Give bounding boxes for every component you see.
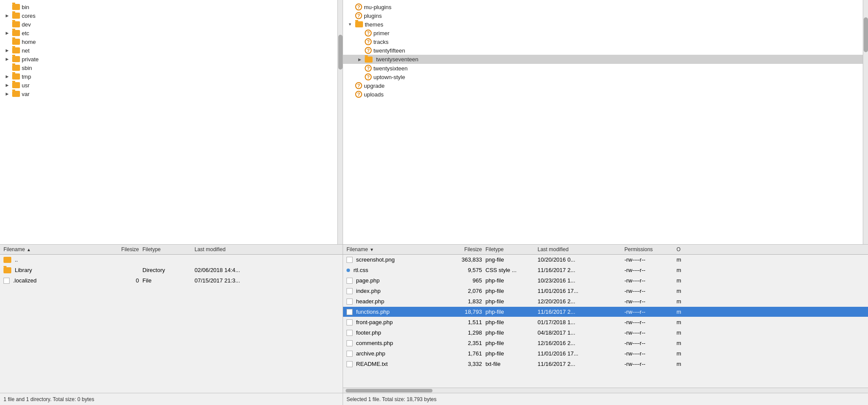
file-owner-label: m	[677, 277, 711, 284]
left-tree-item-etc[interactable]: etc	[0, 29, 337, 37]
right-file-row[interactable]: comments.php2,351php-file12/16/2016 2...…	[343, 338, 868, 349]
right-status-bar: Selected 1 file. Total size: 18,793 byte…	[343, 393, 868, 405]
right-file-row[interactable]: rtl.css9,575CSS style ...11/16/2017 2...…	[343, 265, 868, 276]
expander-icon[interactable]	[3, 12, 10, 19]
right-tree-item-uptown-style[interactable]: ?uptown-style	[343, 73, 863, 81]
right-file-row[interactable]: page.php965php-file10/23/2016 1...-rw---…	[343, 276, 868, 286]
expander-icon[interactable]	[356, 56, 363, 63]
expander-icon	[3, 64, 10, 71]
tree-item-label: twentyseventeen	[374, 56, 420, 63]
right-file-row[interactable]: functions.php18,793php-file11/16/2017 2.…	[343, 307, 868, 317]
left-col-filesize[interactable]: Filesize	[90, 246, 142, 252]
folder-icon	[12, 91, 20, 97]
expander-icon[interactable]	[3, 82, 10, 89]
left-col-lastmod[interactable]: Last modified	[195, 246, 281, 252]
right-tree-item-tracks[interactable]: ?tracks	[343, 37, 863, 46]
left-tree-item-bin[interactable]: bin	[0, 3, 337, 11]
css-file-icon	[347, 269, 350, 272]
question-icon: ?	[355, 3, 362, 10]
file-icon	[3, 278, 10, 284]
file-owner-label: m	[677, 350, 711, 357]
right-col-owner[interactable]: O	[677, 246, 711, 252]
file-lastmod-label: 12/20/2016 2...	[538, 298, 624, 305]
left-tree-item-usr[interactable]: usr	[0, 81, 337, 90]
left-tree-item-tmp[interactable]: tmp	[0, 72, 337, 81]
left-file-row[interactable]: ..	[0, 255, 343, 265]
right-file-list[interactable]: screenshot.png363,833png-file10/20/2016 …	[343, 255, 868, 388]
file-permissions-label: -rw----r--	[624, 319, 677, 325]
left-tree-item-private[interactable]: private	[0, 55, 337, 63]
right-horizontal-scrollbar[interactable]	[343, 388, 868, 393]
file-permissions-label: -rw----r--	[624, 309, 677, 315]
folder-icon	[12, 13, 20, 19]
file-lastmod-label: 04/18/2017 1...	[538, 329, 624, 336]
expander-icon	[3, 38, 10, 45]
right-col-filesize[interactable]: Filesize	[433, 246, 485, 252]
file-size-label: 1,832	[433, 298, 485, 305]
file-name-label: README.txt	[356, 361, 388, 367]
right-file-row[interactable]: screenshot.png363,833png-file10/20/2016 …	[343, 255, 868, 265]
left-tree-item-dev[interactable]: dev	[0, 20, 337, 29]
file-owner-label: m	[677, 267, 711, 273]
right-file-row[interactable]: footer.php1,298php-file04/18/2017 1...-r…	[343, 328, 868, 338]
right-tree-item-twentyseventeen[interactable]: twentyseventeen	[343, 55, 863, 64]
expander-icon[interactable]	[3, 90, 10, 97]
left-file-row[interactable]: LibraryDirectory02/06/2018 14:4...	[0, 265, 343, 276]
left-tree-item-cores[interactable]: cores	[0, 11, 337, 20]
file-lastmod-label: 11/16/2017 2...	[538, 309, 624, 315]
right-col-permissions[interactable]: Permissions	[624, 246, 677, 252]
folder-icon	[12, 4, 20, 10]
right-col-lastmod[interactable]: Last modified	[538, 246, 624, 252]
folder-icon	[365, 56, 373, 63]
left-tree[interactable]: bincoresdevetchomenetprivatesbintmpusrva…	[0, 0, 337, 244]
left-col-filename[interactable]: Filename ▲	[3, 246, 90, 252]
right-tree-item-mu-plugins[interactable]: ?mu-plugins	[343, 3, 863, 11]
expander-icon[interactable]	[3, 56, 10, 63]
right-tree-item-twentyfifteen[interactable]: ?twentyfifteen	[343, 46, 863, 55]
right-file-row[interactable]: header.php1,832php-file12/20/2016 2...-r…	[343, 296, 868, 307]
expander-icon[interactable]	[347, 21, 353, 28]
right-tree-item-upgrade[interactable]: ?upgrade	[343, 81, 863, 90]
right-tree-item-themes[interactable]: themes	[343, 20, 863, 29]
file-type-label: php-file	[485, 329, 538, 336]
file-icon	[347, 257, 353, 263]
file-icon	[347, 309, 353, 315]
right-tree-item-uploads[interactable]: ?uploads	[343, 90, 863, 99]
right-tree-item-plugins[interactable]: ?plugins	[343, 11, 863, 20]
tree-item-label: private	[22, 56, 39, 63]
folder-icon	[12, 82, 20, 88]
expander-icon[interactable]	[3, 73, 10, 80]
left-col-filetype[interactable]: Filetype	[142, 246, 195, 252]
left-file-row[interactable]: .localized0File07/15/2017 21:3...	[0, 276, 343, 286]
left-tree-item-var[interactable]: var	[0, 90, 337, 98]
h-scroll-thumb[interactable]	[346, 389, 432, 392]
tree-item-label: uploads	[364, 91, 384, 98]
file-permissions-label: -rw----r--	[624, 329, 677, 336]
file-owner-label: m	[677, 329, 711, 336]
question-icon: ?	[355, 12, 362, 19]
right-tree-item-twentysixteen[interactable]: ?twentysixteen	[343, 64, 863, 73]
file-name-label: archive.php	[356, 350, 385, 357]
left-tree-item-home[interactable]: home	[0, 37, 337, 46]
expander-icon[interactable]	[3, 47, 10, 54]
right-tree[interactable]: ?mu-plugins?pluginsthemes?primer?tracks?…	[343, 0, 863, 244]
file-icon	[347, 351, 353, 357]
right-tree-item-primer[interactable]: ?primer	[343, 29, 863, 37]
expander-icon	[3, 3, 10, 10]
file-permissions-label: -rw----r--	[624, 256, 677, 263]
left-tree-item-net[interactable]: net	[0, 46, 337, 55]
right-file-row[interactable]: index.php2,076php-file11/01/2016 17...-r…	[343, 286, 868, 296]
tree-item-label: primer	[373, 30, 389, 37]
left-file-list[interactable]: ..LibraryDirectory02/06/2018 14:4....loc…	[0, 255, 343, 393]
right-col-filetype[interactable]: Filetype	[485, 246, 538, 252]
expander-icon[interactable]	[3, 30, 10, 37]
right-file-row[interactable]: front-page.php1,511php-file01/17/2018 1.…	[343, 317, 868, 328]
file-icon	[347, 340, 353, 346]
right-file-row[interactable]: README.txt3,332txt-file11/16/2017 2...-r…	[343, 359, 868, 369]
file-name-label: index.php	[356, 288, 380, 294]
right-col-filename[interactable]: Filename ▼	[347, 246, 433, 252]
right-file-row[interactable]: archive.php1,761php-file11/01/2016 17...…	[343, 349, 868, 359]
file-name-label: screenshot.png	[356, 256, 395, 263]
tree-item-label: var	[22, 91, 30, 97]
left-tree-item-sbin[interactable]: sbin	[0, 63, 337, 72]
